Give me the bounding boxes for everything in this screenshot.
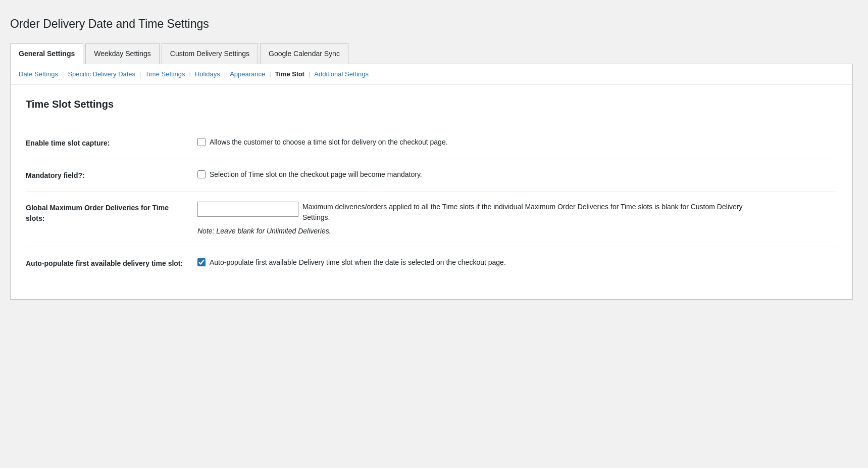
label-auto-populate: Auto-populate first available delivery t…	[26, 257, 197, 269]
input-row-global-max-order: Maximum deliveries/orders applied to all…	[197, 202, 837, 223]
subnav-sep-2: |	[139, 69, 141, 79]
tab-custom-delivery-settings[interactable]: Custom Delivery Settings	[162, 43, 258, 64]
section-title: Time Slot Settings	[26, 97, 837, 112]
subnav-sep-4: |	[224, 69, 226, 79]
settings-row-global-max-order: Global Maximum Order Deliveries for Time…	[26, 192, 837, 247]
description-global-max-order: Maximum deliveries/orders applied to all…	[302, 202, 757, 223]
control-enable-time-slot: Allows the customer to choose a time slo…	[197, 137, 837, 148]
subnav-sep-6: |	[309, 69, 310, 79]
label-global-max-order: Global Maximum Order Deliveries for Time…	[26, 202, 197, 224]
subnav-sep-5: |	[269, 69, 271, 79]
subnav-appearance[interactable]: Appearance	[230, 69, 265, 79]
checkbox-auto-populate[interactable]	[197, 258, 206, 266]
checkbox-row-mandatory-field: Selection of Time slot on the checkout p…	[197, 169, 837, 180]
description-mandatory-field: Selection of Time slot on the checkout p…	[210, 169, 422, 180]
tabs-container: General Settings Weekday Settings Custom…	[10, 43, 853, 64]
subnav-time-settings[interactable]: Time Settings	[145, 69, 185, 79]
page-wrapper: Order Delivery Date and Time Settings Ge…	[0, 0, 868, 468]
note-global-max-order: Note: Leave blank for Unlimited Deliveri…	[197, 226, 837, 237]
subnav-specific-delivery-dates[interactable]: Specific Delivery Dates	[68, 69, 135, 79]
subnav-time-slot[interactable]: Time Slot	[275, 69, 304, 79]
content-area: Time Slot Settings Enable time slot capt…	[10, 84, 853, 300]
settings-row-mandatory-field: Mandatory field?: Selection of Time slot…	[26, 159, 837, 192]
subnav-sep-1: |	[62, 69, 64, 79]
checkbox-row-enable-time-slot: Allows the customer to choose a time slo…	[197, 137, 837, 148]
tab-general-settings[interactable]: General Settings	[10, 43, 83, 64]
checkbox-enable-time-slot[interactable]	[197, 138, 206, 146]
label-enable-time-slot: Enable time slot capture:	[26, 137, 197, 149]
settings-row-auto-populate: Auto-populate first available delivery t…	[26, 247, 837, 279]
page-title: Order Delivery Date and Time Settings	[10, 15, 853, 33]
subnav: Date Settings | Specific Delivery Dates …	[10, 64, 853, 85]
subnav-additional-settings[interactable]: Additional Settings	[314, 69, 369, 79]
checkbox-mandatory-field[interactable]	[197, 170, 206, 178]
control-auto-populate: Auto-populate first available Delivery t…	[197, 257, 837, 268]
input-global-max-order[interactable]	[197, 202, 298, 217]
control-mandatory-field: Selection of Time slot on the checkout p…	[197, 169, 837, 180]
tab-weekday-settings[interactable]: Weekday Settings	[85, 43, 160, 64]
subnav-holidays[interactable]: Holidays	[195, 69, 220, 79]
settings-row-enable-time-slot: Enable time slot capture: Allows the cus…	[26, 127, 837, 159]
control-global-max-order: Maximum deliveries/orders applied to all…	[197, 202, 837, 237]
description-auto-populate: Auto-populate first available Delivery t…	[210, 257, 506, 268]
description-enable-time-slot: Allows the customer to choose a time slo…	[210, 137, 448, 148]
checkbox-row-auto-populate: Auto-populate first available Delivery t…	[197, 257, 837, 268]
subnav-date-settings[interactable]: Date Settings	[19, 69, 58, 79]
subnav-sep-3: |	[189, 69, 190, 79]
label-mandatory-field: Mandatory field?:	[26, 169, 197, 181]
tab-google-calendar-sync[interactable]: Google Calendar Sync	[260, 43, 348, 64]
